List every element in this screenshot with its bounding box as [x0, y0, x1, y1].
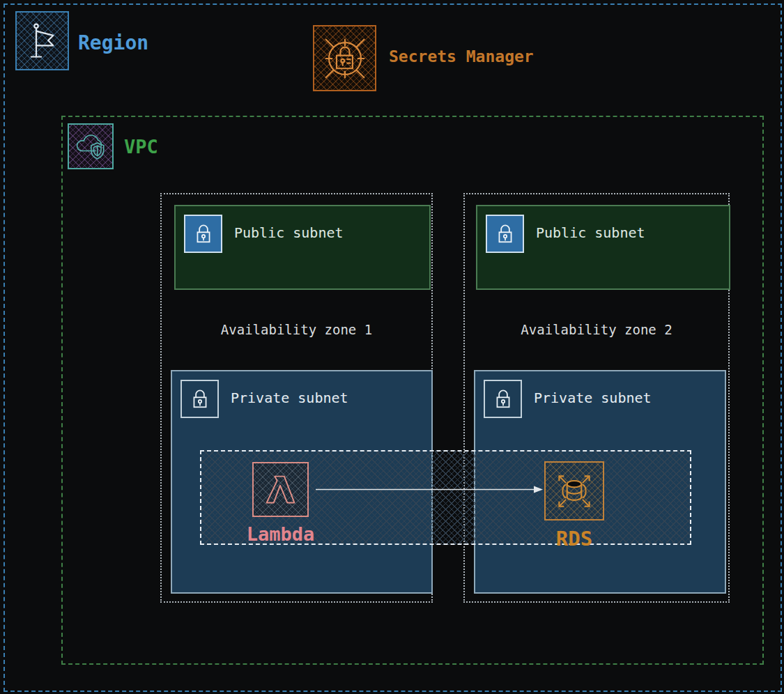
- rds-database-icon: [544, 461, 604, 520]
- rds-node: RDS: [537, 461, 611, 550]
- private-subnet-label: Private subnet: [534, 390, 652, 406]
- lambda-node: Lambda: [245, 462, 316, 545]
- secrets-manager-icon: [313, 25, 376, 91]
- private-subnet-label: Private subnet: [231, 390, 348, 406]
- rds-label: RDS: [556, 527, 592, 550]
- az2-label: Availability zone 2: [465, 322, 728, 337]
- lambda-icon: [252, 462, 309, 517]
- diagram-canvas: Region Secrets Manager: [0, 0, 784, 694]
- az1-label: Availability zone 1: [162, 322, 431, 337]
- lock-icon: [484, 380, 522, 418]
- vpc-cloud-shield-icon: [68, 123, 114, 169]
- region-flag-icon: [15, 11, 69, 70]
- lock-icon: [486, 215, 524, 253]
- vpc-label: VPC: [124, 136, 158, 157]
- lambda-label: Lambda: [247, 523, 315, 545]
- lambda-to-rds-arrow: [316, 485, 543, 494]
- public-subnet-label: Public subnet: [536, 224, 645, 241]
- lock-icon: [180, 380, 219, 418]
- public-subnet-label: Public subnet: [234, 224, 344, 241]
- region-label: Region: [78, 31, 148, 54]
- public-subnet-az1: Public subnet: [174, 205, 431, 290]
- lock-icon: [184, 215, 222, 253]
- public-subnet-az2: Public subnet: [476, 205, 730, 290]
- secrets-manager-label: Secrets Manager: [389, 47, 534, 65]
